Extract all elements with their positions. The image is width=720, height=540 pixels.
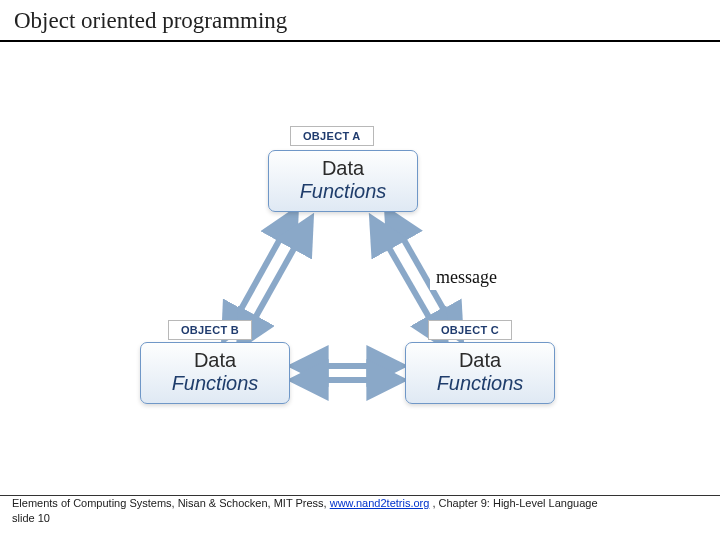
object-b-functions: Functions	[141, 372, 289, 395]
page-title: Object oriented programming	[14, 8, 287, 34]
object-c-box: Data Functions	[405, 342, 555, 404]
footer-link[interactable]: www.nand2tetris.org	[330, 497, 430, 509]
object-c-label: OBJECT C	[428, 320, 512, 340]
object-c-data: Data	[406, 349, 554, 372]
object-a-box: Data Functions	[268, 150, 418, 212]
object-b-data: Data	[141, 349, 289, 372]
oop-diagram: OBJECT A Data Functions OBJECT B Data Fu…	[150, 120, 580, 450]
object-b-box: Data Functions	[140, 342, 290, 404]
object-a-label: OBJECT A	[290, 126, 374, 146]
footer-prefix: Elements of Computing Systems, Nisan & S…	[12, 497, 330, 509]
object-a-data: Data	[269, 157, 417, 180]
title-divider	[0, 40, 720, 42]
object-b-label: OBJECT B	[168, 320, 252, 340]
object-a-functions: Functions	[269, 180, 417, 203]
footer-suffix: , Chapter 9: High-Level Language	[432, 497, 597, 509]
slide: Object oriented programming OBJECT A Dat…	[0, 0, 720, 540]
footer: Elements of Computing Systems, Nisan & S…	[12, 496, 708, 526]
object-c-functions: Functions	[406, 372, 554, 395]
footer-slide: slide 10	[12, 512, 50, 524]
message-label: message	[430, 265, 503, 290]
